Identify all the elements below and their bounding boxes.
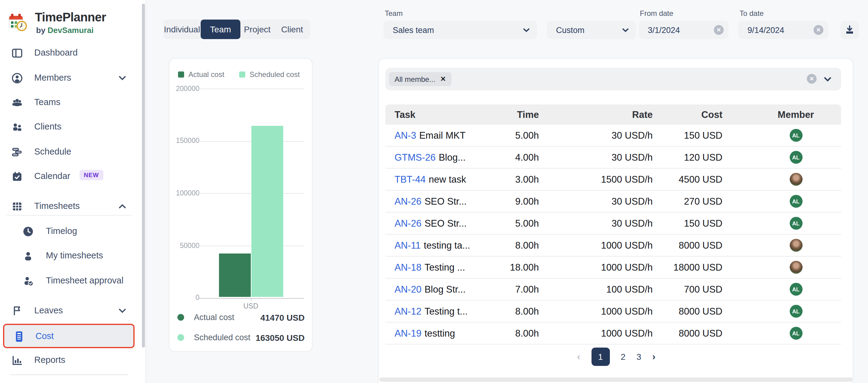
- task-link[interactable]: AN-11: [395, 240, 421, 251]
- task-link[interactable]: AN-3: [395, 130, 416, 141]
- member-cell: AL: [789, 279, 803, 300]
- task-name: Email MKT: [419, 130, 466, 141]
- member-cell: AL: [789, 147, 803, 168]
- task-name: Blog...: [439, 152, 465, 163]
- task-cell: AN-18Testing ...: [395, 256, 465, 278]
- member-avatar[interactable]: AL: [789, 217, 802, 230]
- member-filter-select[interactable]: All membe... ✕ ✕: [385, 68, 841, 91]
- member-cell: AL: [789, 322, 803, 344]
- ytick-0: 0: [173, 294, 199, 301]
- cost-cell: 18000 USD: [637, 256, 722, 278]
- sidebar-item-timelog[interactable]: Timelog: [0, 219, 146, 244]
- calendar-check-icon: [11, 170, 23, 183]
- page-1-button[interactable]: 1: [591, 348, 610, 366]
- download-icon: [845, 25, 855, 35]
- tab-team[interactable]: Team: [200, 20, 240, 39]
- member-avatar[interactable]: AL: [789, 129, 802, 142]
- time-cell: 18.00h: [465, 256, 539, 278]
- member-cell: AL: [789, 125, 803, 146]
- horizontal-scrollbar[interactable]: [379, 378, 853, 382]
- date-range-select[interactable]: Custom: [547, 21, 636, 39]
- from-date-label: From date: [640, 9, 673, 18]
- sidebar-item-cost[interactable]: Cost: [3, 324, 134, 348]
- sidebar-item-dashboard[interactable]: Dashboard: [0, 41, 146, 65]
- page-2-button[interactable]: 2: [621, 352, 625, 361]
- table-row: AN-12Testing t...8.00h1000 USD/h8000 USD…: [385, 301, 841, 322]
- table-header: Task Time Rate Cost Member: [385, 104, 841, 125]
- remove-chip-icon[interactable]: ✕: [440, 75, 445, 83]
- next-page-icon[interactable]: ›: [652, 351, 656, 362]
- sidebar-item-calendar[interactable]: Calendar NEW: [0, 164, 146, 189]
- flag-icon: [11, 305, 23, 317]
- from-date-input[interactable]: 3/1/2024 ✕: [639, 21, 728, 39]
- sidebar-item-timesheet-approval[interactable]: Timesheet approval: [0, 269, 146, 293]
- member-avatar[interactable]: AL: [789, 195, 802, 208]
- clear-members-icon[interactable]: ✕: [807, 74, 817, 84]
- time-cell: 5.00h: [465, 213, 539, 234]
- export-download-button[interactable]: [840, 21, 859, 39]
- timeplanner-app: TimePlanner by DevSamurai Dashboard Memb…: [0, 0, 868, 383]
- member-avatar[interactable]: AL: [789, 327, 802, 340]
- task-link[interactable]: AN-19: [395, 328, 422, 339]
- team-select[interactable]: Sales team: [383, 21, 537, 39]
- task-link[interactable]: TBT-44: [395, 174, 426, 185]
- actual-cost-swatch: [178, 71, 184, 78]
- task-cell: AN-26SEO Str...: [395, 213, 467, 234]
- sidebar-item-members[interactable]: Members: [0, 66, 146, 91]
- cost-chart-card: Actual cost Scheduled cost 200000 150000…: [169, 58, 313, 352]
- calendar-clock-logo-icon: [8, 13, 27, 31]
- ytick-50000: 50000: [173, 242, 199, 249]
- task-cell: AN-12Testing t...: [395, 301, 468, 322]
- member-avatar[interactable]: AL: [789, 151, 802, 164]
- task-link[interactable]: GTMS-26: [395, 152, 436, 163]
- actual-cost-bar: [219, 253, 250, 297]
- x-axis-label: USD: [220, 302, 281, 310]
- sidebar-item-my-timesheets[interactable]: My timesheets: [0, 244, 146, 268]
- tab-client[interactable]: Client: [274, 20, 310, 39]
- pagination: ‹ 1 2 3 ›: [379, 348, 854, 366]
- clear-to-date-icon[interactable]: ✕: [813, 25, 823, 35]
- member-avatar[interactable]: [789, 239, 802, 252]
- sidebar-item-teams[interactable]: Teams: [0, 91, 146, 115]
- member-cell: [789, 169, 803, 190]
- member-avatar[interactable]: AL: [789, 305, 802, 318]
- task-link[interactable]: AN-12: [395, 306, 422, 317]
- cost-cell: 120 USD: [637, 147, 722, 168]
- clients-icon: [11, 121, 23, 133]
- task-link[interactable]: AN-26: [395, 218, 422, 229]
- team-icon: [11, 97, 23, 109]
- sidebar-item-clients[interactable]: Clients: [0, 115, 146, 139]
- task-link[interactable]: AN-18: [395, 262, 422, 273]
- sidebar-scrollbar[interactable]: [142, 4, 145, 348]
- tab-individual[interactable]: Individual: [163, 20, 200, 39]
- col-member: Member: [789, 104, 803, 125]
- task-link[interactable]: AN-26: [395, 196, 422, 207]
- table-row: TBT-44new task3.00h1500 USD/h4500 USD: [385, 169, 841, 190]
- task-name: Testing t...: [425, 306, 468, 317]
- app-logo: TimePlanner by DevSamurai: [8, 10, 143, 37]
- member-avatar[interactable]: [789, 173, 802, 186]
- member-cell: AL: [789, 301, 803, 322]
- legend-actual-cost: Actual cost: [178, 71, 224, 78]
- sidebar-item-leaves[interactable]: Leaves: [0, 299, 146, 323]
- task-name: new task: [429, 174, 466, 185]
- cost-cell: 8000 USD: [637, 301, 722, 322]
- member-avatar[interactable]: [789, 261, 802, 274]
- task-name: testing ta...: [424, 240, 470, 251]
- member-avatar[interactable]: AL: [789, 283, 802, 295]
- task-link[interactable]: AN-20: [395, 284, 422, 295]
- sidebar-item-schedule[interactable]: Schedule: [0, 140, 146, 164]
- task-name: SEO Str...: [425, 196, 467, 207]
- task-cell: AN-26SEO Str...: [395, 190, 467, 212]
- chevron-down-icon[interactable]: [824, 77, 831, 82]
- tab-project[interactable]: Project: [240, 20, 274, 39]
- clear-from-date-icon[interactable]: ✕: [714, 25, 724, 35]
- to-date-input[interactable]: 9/14/2024 ✕: [738, 21, 828, 39]
- prev-page-icon[interactable]: ‹: [577, 351, 581, 362]
- task-cell: AN-19testting: [395, 322, 455, 344]
- cost-cell: 270 USD: [637, 190, 722, 212]
- sidebar-item-reports[interactable]: Reports: [0, 348, 146, 373]
- chevron-down-icon: [523, 28, 530, 32]
- table-row: AN-11testing ta...8.00h1000 USD/h8000 US…: [385, 235, 841, 256]
- page-3-button[interactable]: 3: [637, 352, 641, 361]
